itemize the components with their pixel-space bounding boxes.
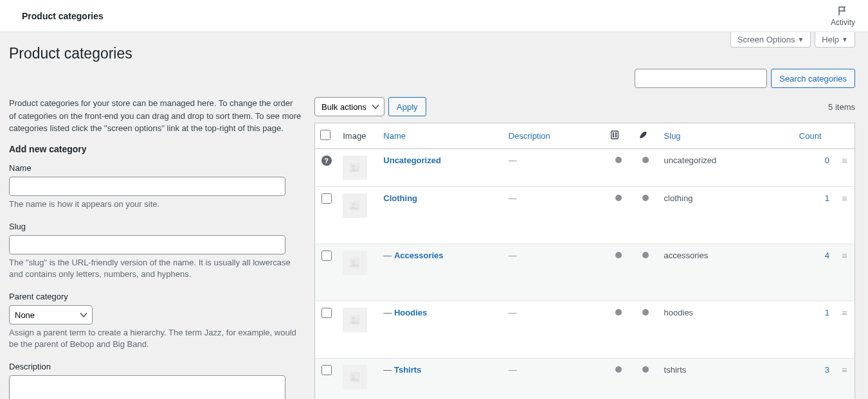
table-row: — Accessories—accessories4≡ [315, 244, 855, 301]
screen-meta-tabs: Screen Options ▼ Help ▼ [730, 32, 855, 48]
field-parent: Parent category None Assign a parent ter… [9, 292, 302, 350]
search-row: Search categories [9, 69, 855, 88]
description-cell: — [509, 365, 517, 375]
drag-handle-icon[interactable]: ≡ [842, 251, 847, 261]
intro-text: Product categories for your store can be… [9, 97, 302, 135]
topbar-title: Product categories [22, 11, 104, 21]
help-tab[interactable]: Help ▼ [815, 32, 855, 48]
header-checkbox [315, 123, 338, 149]
slug-input[interactable] [9, 235, 285, 254]
parent-select[interactable]: None [9, 305, 93, 324]
header-description[interactable]: Description [503, 123, 605, 149]
left-column: Product categories for your store can be… [9, 97, 302, 399]
svg-point-3 [613, 134, 614, 135]
description-cell: — [509, 251, 517, 260]
slug-cell: tshirts [659, 359, 794, 400]
thumbnail-placeholder [343, 155, 367, 180]
slug-label: Slug [9, 222, 302, 231]
name-hint: The name is how it appears on your site. [9, 199, 302, 210]
header-slug[interactable]: Slug [659, 123, 794, 149]
activity-label: Activity [831, 18, 855, 27]
category-name-link[interactable]: Clothing [383, 193, 417, 203]
drag-handle-icon[interactable]: ≡ [842, 308, 847, 318]
slug-cell: accessories [659, 244, 794, 301]
status-dot-icon [615, 157, 622, 163]
row-checkbox[interactable] [321, 193, 332, 204]
main-columns: Product categories for your store can be… [9, 97, 855, 399]
count-link[interactable]: 1 [825, 308, 829, 317]
table-row: ?Uncategorized—uncategorized0≡ [315, 149, 855, 187]
thumbnail-placeholder [343, 308, 367, 332]
status-dot-icon [642, 366, 649, 373]
svg-point-12 [352, 260, 354, 262]
description-label: Description [9, 362, 302, 371]
slug-hint: The "slug" is the URL-friendly version o… [9, 257, 302, 280]
svg-point-4 [616, 134, 617, 135]
row-checkbox[interactable] [321, 251, 332, 261]
count-link[interactable]: 3 [825, 365, 829, 375]
status-dot-icon [642, 252, 649, 258]
page-title: Product categories [9, 32, 855, 69]
slug-cell: hoodies [659, 301, 794, 359]
bulk-actions-select[interactable]: Bulk actions [314, 97, 384, 116]
field-slug: Slug The "slug" is the URL-friendly vers… [9, 222, 302, 280]
screen-options-tab[interactable]: Screen Options ▼ [730, 32, 811, 48]
header-name[interactable]: Name [378, 123, 503, 149]
drag-handle-icon[interactable]: ≡ [842, 193, 847, 204]
svg-point-6 [616, 136, 617, 137]
field-description: Description [9, 362, 302, 399]
slug-cell: uncategorized [659, 149, 794, 187]
status-dot-icon [642, 309, 649, 315]
search-input[interactable] [635, 69, 767, 88]
category-name-link[interactable]: Uncategorized [383, 155, 441, 165]
count-link[interactable]: 0 [825, 155, 829, 165]
select-all-checkbox[interactable] [320, 130, 330, 140]
thumbnail-placeholder [343, 251, 367, 275]
row-checkbox[interactable] [321, 365, 332, 375]
svg-point-2 [616, 133, 617, 134]
category-name-link[interactable]: — Hoodies [383, 308, 427, 317]
tablenav-left: Bulk actions Apply [314, 97, 426, 116]
status-dot-icon [642, 195, 649, 201]
svg-point-5 [613, 136, 614, 137]
category-name-link[interactable]: — Accessories [383, 251, 443, 260]
svg-point-14 [352, 317, 354, 319]
drag-handle-icon[interactable]: ≡ [842, 365, 847, 375]
name-input[interactable] [9, 177, 285, 196]
items-count: 5 items [828, 102, 855, 112]
svg-point-16 [352, 375, 354, 377]
svg-rect-0 [611, 131, 619, 139]
categories-table: Image Name Description Slug Count [314, 123, 855, 399]
help-icon[interactable]: ? [321, 155, 332, 166]
category-name-link[interactable]: — Tshirts [383, 365, 421, 375]
field-name: Name The name is how it appears on your … [9, 163, 302, 210]
topbar: Product categories Activity [0, 0, 868, 32]
add-category-heading: Add new category [9, 144, 302, 154]
description-input[interactable] [9, 375, 285, 399]
caret-down-icon: ▼ [842, 36, 848, 43]
thumbnail-placeholder [343, 365, 367, 389]
activity-button[interactable]: Activity [831, 5, 855, 27]
svg-point-10 [352, 203, 354, 205]
count-link[interactable]: 4 [825, 251, 829, 260]
slug-cell: clothing [659, 187, 794, 244]
tablenav-top: Bulk actions Apply 5 items [314, 97, 855, 116]
search-categories-button[interactable]: Search categories [771, 69, 855, 88]
thumbnail-placeholder [343, 193, 367, 218]
header-rankmath-icon [604, 123, 631, 149]
drag-handle-icon[interactable]: ≡ [842, 155, 847, 166]
header-handle [835, 123, 855, 149]
description-cell: — [509, 308, 517, 317]
row-checkbox[interactable] [321, 308, 332, 318]
name-label: Name [9, 163, 302, 173]
svg-point-1 [613, 133, 614, 134]
status-dot-icon [615, 252, 622, 258]
apply-button[interactable]: Apply [388, 97, 426, 116]
header-count[interactable]: Count [794, 123, 835, 149]
parent-hint: Assign a parent term to create a hierarc… [9, 327, 302, 350]
header-feather-icon [632, 123, 659, 149]
right-column: Bulk actions Apply 5 items Image Name De… [314, 97, 855, 399]
content-area: Screen Options ▼ Help ▼ Product categori… [0, 32, 868, 399]
count-link[interactable]: 1 [825, 193, 829, 203]
caret-down-icon: ▼ [797, 36, 804, 43]
